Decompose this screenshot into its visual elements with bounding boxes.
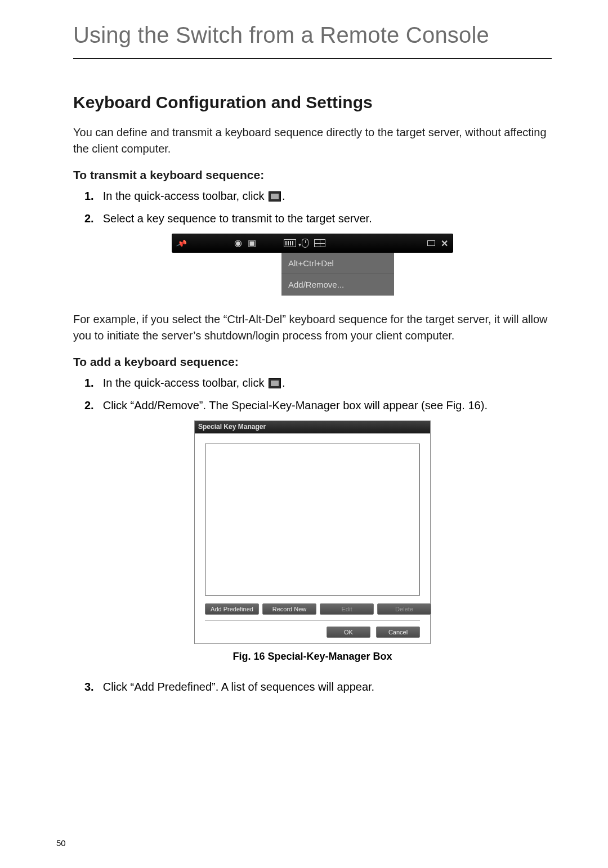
keyboard-dropdown-menu: Alt+Ctrl+Del Add/Remove... — [281, 253, 394, 296]
video-icon[interactable]: ▣ — [248, 239, 256, 248]
transmit-step-1: In the quick-access toolbar, click . — [103, 187, 552, 204]
page-number: 50 — [56, 838, 66, 848]
step-number: 2. — [73, 210, 94, 227]
dropdown-item-add-remove[interactable]: Add/Remove... — [281, 274, 394, 296]
intro-paragraph: You can define and transmit a keyboard s… — [73, 124, 552, 157]
add-step-1: In the quick-access toolbar, click . — [103, 374, 552, 391]
edit-button[interactable]: Edit — [320, 603, 374, 615]
minimize-icon[interactable] — [427, 240, 435, 246]
step-text: In the quick-access toolbar, click — [103, 190, 267, 202]
figure-caption: Fig. 16 Special-Key-Manager Box — [194, 651, 431, 663]
add-steps: 1. In the quick-access toolbar, click . … — [73, 374, 552, 414]
mouse-icon[interactable] — [302, 239, 309, 248]
skm-divider — [205, 620, 420, 621]
cancel-button[interactable]: Cancel — [376, 627, 420, 638]
pin-icon[interactable]: 📌 — [176, 238, 187, 249]
add-predefined-button[interactable]: Add Predefined — [205, 603, 259, 615]
step-number: 2. — [73, 397, 94, 414]
session-icon[interactable]: ◉ — [234, 239, 242, 248]
step-number: 3. — [73, 678, 94, 695]
keyboard-icon — [269, 378, 281, 388]
skm-figure-wrapper: Special Key Manager Add Predefined Recor… — [194, 420, 431, 663]
step-number: 1. — [73, 374, 94, 391]
transmit-steps: 1. In the quick-access toolbar, click . … — [73, 187, 552, 227]
step-text: In the quick-access toolbar, click — [103, 377, 267, 389]
dropdown-item-alt-ctrl-del[interactable]: Alt+Ctrl+Del — [281, 253, 394, 274]
add-step-3: Click “Add Predefined”. A list of sequen… — [103, 678, 552, 695]
step-text-b: . — [282, 190, 285, 202]
transmit-example-paragraph: For example, if you select the “Ctrl-Alt… — [73, 311, 552, 344]
performance-icon[interactable] — [314, 239, 325, 247]
close-icon[interactable]: ✕ — [441, 238, 448, 249]
toolbar-figure: 📌 ◉ ▣ ✕ Alt+Ctrl+Del Add/Remove... — [172, 234, 453, 296]
skm-key-list[interactable] — [205, 444, 420, 596]
skm-titlebar: Special Key Manager — [195, 421, 430, 433]
page-header-title: Using the Switch from a Remote Console — [73, 23, 552, 48]
add-steps-cont: 3. Click “Add Predefined”. A list of seq… — [73, 678, 552, 695]
step-text-b: . — [282, 377, 285, 389]
section-title: Keyboard Configuration and Settings — [73, 93, 552, 112]
keyboard-icon — [269, 191, 281, 202]
add-step-2: Click “Add/Remove”. The Special-Key-Mana… — [103, 397, 552, 414]
keyboard-dropdown-icon[interactable] — [284, 239, 296, 247]
record-new-button[interactable]: Record New — [262, 603, 316, 615]
transmit-step-2: Select a key sequence to transmit to the… — [103, 210, 552, 227]
delete-button[interactable]: Delete — [377, 603, 431, 615]
special-key-manager-dialog: Special Key Manager Add Predefined Recor… — [194, 420, 431, 644]
quick-access-toolbar: 📌 ◉ ▣ ✕ — [172, 234, 453, 253]
header-divider — [73, 58, 552, 59]
ok-button[interactable]: OK — [327, 627, 370, 638]
step-number: 1. — [73, 187, 94, 204]
transmit-subtitle: To transmit a keyboard sequence: — [73, 168, 552, 182]
add-subtitle: To add a keyboard sequence: — [73, 355, 552, 369]
